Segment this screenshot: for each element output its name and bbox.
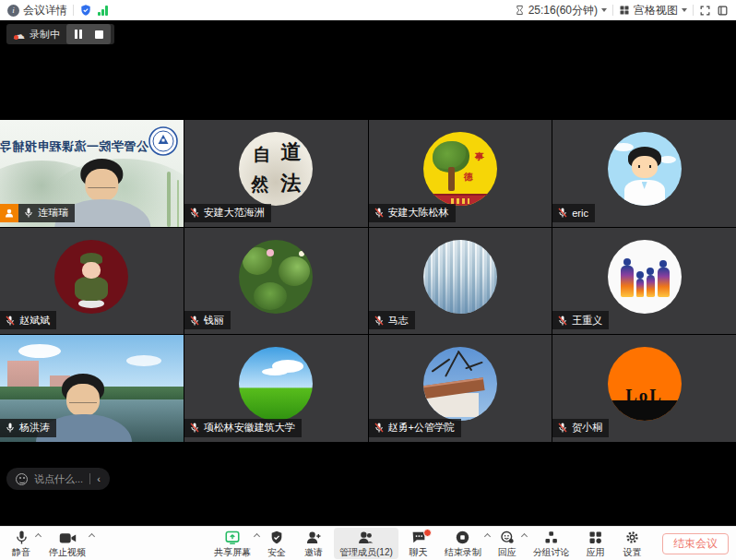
members-icon — [357, 530, 374, 545]
chevron-up-icon[interactable] — [89, 533, 95, 540]
stop-record-icon — [455, 530, 470, 545]
participant-tile[interactable]: eric — [552, 120, 736, 227]
toolbar-end-recording-label: 结束录制 — [445, 546, 481, 559]
chevron-down-icon — [682, 8, 687, 12]
mic-muted-icon — [557, 315, 568, 327]
toolbar-reaction-button[interactable]: 回应 — [491, 528, 524, 559]
participant-tile[interactable]: LoL贺小桐 — [552, 335, 736, 442]
participant-label: 安建大范海洲 — [184, 204, 271, 222]
participant-name: 马志 — [388, 314, 409, 328]
toolbar-security-label: 安全 — [267, 546, 286, 559]
chevron-up-icon[interactable] — [254, 533, 260, 540]
toolbar-invite-label: 邀请 — [304, 546, 323, 559]
breakout-rooms-icon — [543, 530, 559, 545]
toolbar-stop-video-button[interactable]: 停止视频 — [43, 528, 91, 559]
meeting-timer-dropdown[interactable]: 25:16(60分钟) — [515, 3, 607, 18]
toolbar-invite-button[interactable]: 邀请 — [297, 528, 330, 559]
toolbar-mute-label: 静音 — [12, 546, 30, 559]
host-badge-icon — [0, 204, 18, 222]
participant-tile[interactable]: 赵勇+公管学院 — [369, 335, 552, 442]
toolbar-apps-label: 应用 — [587, 546, 605, 559]
toolbar-apps-button[interactable]: 应用 — [579, 528, 612, 559]
window-titlebar: i 会议详情 25:16(60分钟) 宫格视图 — [0, 0, 736, 20]
toolbar-chat-label: 聊天 — [410, 546, 428, 559]
participant-avatar — [608, 132, 682, 206]
calligraphy-character: 法 — [280, 170, 301, 197]
toolbar-mute-button[interactable]: 静音 — [5, 528, 38, 559]
chevron-up-icon[interactable] — [521, 533, 528, 540]
grid-view-icon — [619, 5, 630, 16]
participant-tile[interactable]: 事德安建大陈松林 — [369, 120, 552, 227]
participant-name: 贺小桐 — [572, 421, 602, 435]
calligraphy-character: 道 — [280, 138, 301, 166]
toolbar-settings-button[interactable]: 设置 — [616, 528, 649, 559]
float-window-button[interactable] — [717, 5, 729, 17]
fullscreen-button[interactable] — [699, 5, 711, 17]
toolbar-members-button[interactable]: 管理成员(12) — [334, 528, 398, 559]
toolbar-share-screen-button[interactable]: 共享屏幕 — [208, 528, 256, 559]
security-shield-icon[interactable] — [79, 4, 92, 17]
meeting-stage: ☁ 录制中 公管学院一流课程申报辅导会连瑞瑞自道然法安建大范海洲事德安建大陈松林… — [0, 20, 736, 526]
mic-icon — [14, 530, 30, 545]
participant-label: 钱丽 — [184, 311, 231, 329]
toolbar-stop-video-label: 停止视频 — [49, 546, 86, 559]
security-shield-icon — [269, 530, 284, 545]
participant-tile[interactable]: 马志 — [369, 228, 552, 335]
settings-gear-icon — [624, 530, 640, 545]
bottom-toolbar: 静音停止视频 共享屏幕安全邀请管理成员(12)聊天结束录制回应分组讨论应用设置 … — [0, 526, 736, 560]
participant-tile[interactable]: 公管学院一流课程申报辅导会连瑞瑞 — [0, 120, 184, 227]
calligraphy-character: 然 — [251, 173, 268, 197]
participant-label: 王重义 — [552, 311, 609, 329]
recording-indicator: ☁ 录制中 — [6, 24, 114, 44]
view-mode-dropdown[interactable]: 宫格视图 — [619, 3, 687, 18]
participant-avatar — [608, 240, 682, 314]
chevron-up-icon[interactable] — [484, 533, 491, 540]
university-logo — [148, 126, 178, 156]
calligraphy-character: 自 — [253, 143, 270, 167]
stop-recording-button[interactable] — [89, 26, 109, 42]
toolbar-breakout-button[interactable]: 分组讨论 — [528, 528, 576, 559]
network-signal-icon[interactable] — [98, 6, 108, 16]
chevron-up-icon[interactable] — [35, 533, 42, 540]
chat-input-placeholder[interactable]: 说点什么... — [34, 472, 83, 486]
mic-muted-icon — [557, 422, 568, 434]
participant-tile[interactable]: 王重义 — [552, 228, 736, 335]
toolbar-security-button[interactable]: 安全 — [260, 528, 293, 559]
participant-name: 赵勇+公管学院 — [388, 421, 455, 435]
participant-tile[interactable]: 杨洪涛 — [0, 335, 184, 442]
participant-avatar — [54, 240, 128, 314]
pause-recording-button[interactable] — [68, 26, 89, 42]
view-mode-label: 宫格视图 — [634, 3, 678, 18]
collapse-chat-icon[interactable]: ‹ — [97, 473, 101, 484]
toolbar-reaction-label: 回应 — [498, 546, 516, 559]
participant-avatar — [239, 347, 313, 421]
meeting-details-label: 会议详情 — [23, 3, 67, 18]
divider — [73, 5, 74, 16]
recording-status-label: 录制中 — [30, 28, 60, 42]
participant-grid: 公管学院一流课程申报辅导会连瑞瑞自道然法安建大范海洲事德安建大陈松林eric赵斌… — [0, 120, 736, 442]
participant-avatar: 事德 — [423, 132, 497, 206]
participant-label: 安建大陈松林 — [369, 204, 456, 222]
share-screen-icon — [224, 530, 241, 545]
divider — [612, 5, 613, 16]
meeting-details-button[interactable]: i 会议详情 — [7, 3, 67, 18]
toolbar-share-screen-label: 共享屏幕 — [214, 546, 251, 559]
participant-tile[interactable]: 赵斌斌 — [0, 228, 184, 335]
participant-label: 杨洪涛 — [0, 419, 56, 437]
toolbar-end-recording-button[interactable]: 结束录制 — [439, 528, 487, 559]
end-meeting-button[interactable]: 结束会议 — [662, 533, 729, 554]
participant-avatar: LoL — [608, 347, 682, 421]
participant-tile[interactable]: 项松林安徽建筑大学 — [184, 335, 368, 442]
mic-muted-icon — [189, 315, 200, 327]
participant-tile[interactable]: 自道然法安建大范海洲 — [184, 120, 368, 227]
quick-chat-bar[interactable]: 说点什么... ‹ — [6, 468, 110, 490]
mic-muted-icon — [189, 422, 200, 434]
toolbar-chat-button[interactable]: 聊天 — [402, 528, 435, 559]
apps-icon — [588, 530, 603, 545]
participant-label: eric — [552, 204, 595, 222]
cloud-recording-icon: ☁ — [13, 29, 25, 41]
avatar-character: 事 — [475, 150, 484, 163]
meeting-timer: 25:16(60分钟) — [528, 3, 598, 18]
participant-tile[interactable]: 钱丽 — [184, 228, 368, 335]
emoji-icon[interactable] — [16, 473, 28, 485]
